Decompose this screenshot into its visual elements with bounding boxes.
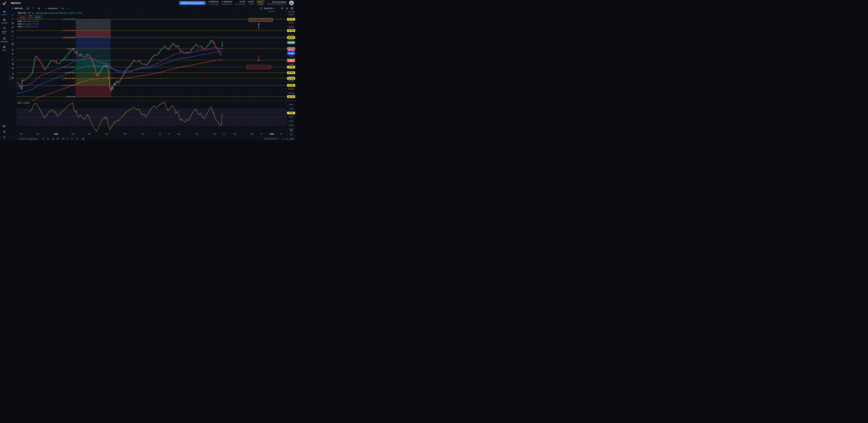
draw-tool-zoomin-button[interactable]: [10, 52, 15, 56]
svg-text:86.934: 86.934: [288, 36, 294, 38]
log-scale-toggle[interactable]: log: [286, 138, 288, 140]
sliders-icon[interactable]: [3, 130, 6, 133]
sidebar-item-messages[interactable]: Messages: [0, 37, 9, 43]
account-stat-result: € 0.00Result: [248, 1, 254, 5]
indicators-button[interactable]: ƒx Indikatoren: [43, 6, 59, 10]
switch-to-real-account-button[interactable]: Switch to Real account: [179, 1, 206, 5]
home-icon: [3, 10, 6, 13]
compare-add-symbol-button[interactable]: [26, 6, 30, 10]
demo-badge-label: Account: [258, 3, 264, 5]
sidebar-item-markets[interactable]: Markets: [0, 10, 9, 16]
svg-text:80.915: 80.915: [288, 49, 294, 51]
draw-tool-brush-button[interactable]: [10, 33, 15, 38]
sidebar-item-calendar[interactable]: Calendar: [0, 18, 9, 24]
calendar-icon: [3, 18, 6, 22]
draw-tool-pattern-button[interactable]: [10, 25, 15, 29]
legend-visibility-toggle[interactable]: [31, 12, 34, 14]
checkbox-icon: [259, 7, 262, 10]
broker-logo[interactable]: [2, 1, 7, 6]
percent-scale-toggle[interactable]: %: [283, 138, 284, 140]
save-layout-checkbox[interactable]: [259, 6, 263, 10]
sidebar-item-news[interactable]: News: [0, 45, 9, 51]
timeframe-all-button[interactable]: All: [75, 137, 79, 140]
draw-tool-magnet-button[interactable]: [10, 58, 15, 62]
draw-tool-fibtool-button[interactable]: [10, 21, 15, 25]
svg-text:95.762: 95.762: [288, 18, 294, 20]
svg-text:66.000: 66.000: [288, 80, 294, 82]
svg-text:78.000: 78.000: [288, 55, 294, 57]
eye-icon: [11, 72, 14, 75]
svg-text:67.198: 67.198: [288, 77, 294, 79]
account-stat-account-value: € 10000.00Account value: [209, 1, 219, 5]
draw-tool-pencil-lock-button[interactable]: [10, 62, 15, 66]
help-icon[interactable]: ?: [3, 136, 6, 139]
textT-icon: T: [11, 38, 14, 41]
chart-type-button[interactable]: [37, 6, 41, 10]
svg-text:63.824: 63.824: [288, 84, 294, 86]
account-stat-available-funds: € 10000.00Available funds: [221, 1, 232, 5]
svg-text:30.00: 30.00: [289, 124, 293, 126]
save-button[interactable]: Speichern Speichern: [264, 7, 277, 9]
contrast-icon[interactable]: [3, 124, 6, 128]
symbol-search-button[interactable]: WFC.US: [10, 7, 24, 10]
timeframe-1m-button[interactable]: 1M: [51, 137, 55, 140]
undo-button[interactable]: [61, 6, 65, 10]
draw-tool-emoji-button[interactable]: [10, 42, 15, 46]
search-icon: [11, 7, 14, 10]
chart-settings-button[interactable]: [285, 6, 289, 10]
draw-tool-trendline-button[interactable]: [10, 17, 15, 21]
svg-text:0.618 (72.652): 0.618 (72.652): [63, 66, 75, 68]
redo-button[interactable]: [65, 6, 69, 10]
svg-text:92.000: 92.000: [288, 26, 294, 28]
user-email: dirk.friczewsky@gmail.com: [267, 3, 286, 5]
sidebar-item-market-buzz[interactable]: Market Buzz: [0, 27, 9, 34]
ema-200-legend[interactable]: EMA200close075.641: [18, 20, 82, 22]
draw-tool-eye-button[interactable]: [10, 72, 15, 76]
draw-tool-projection-button[interactable]: [10, 29, 15, 33]
draw-tool-crosshair-button[interactable]: [10, 13, 15, 17]
user-info: Dirk Friczewsky dirk.friczewsky@gmail.co…: [267, 1, 286, 5]
timeframe-5y-button[interactable]: 5Y: [70, 137, 74, 140]
buy-button[interactable]: 84.560: [33, 15, 42, 19]
timeframe-6m-button[interactable]: 6M: [61, 137, 65, 140]
legend-collapse-button[interactable]: [18, 29, 21, 31]
timeframe-1d-button[interactable]: 1D: [41, 137, 45, 140]
svg-text:40.00: 40.00: [289, 120, 293, 122]
avatar[interactable]: [289, 1, 294, 5]
svg-text:15: 15: [223, 133, 225, 135]
svg-text:Sep: Sep: [195, 133, 198, 135]
go-to-date-button[interactable]: [82, 137, 85, 140]
chart-toolbar: WFC.US T ƒx Indikatoren Speichern Speich…: [9, 6, 296, 11]
timeframe-1y-button[interactable]: 1Y: [66, 137, 70, 140]
quick-search-button[interactable]: [280, 6, 284, 10]
svg-text:Apr: Apr: [105, 133, 108, 135]
svg-text:80.00: 80.00: [289, 104, 293, 106]
snapshot-button[interactable]: [290, 6, 294, 10]
drawing-toolbar: T: [9, 11, 17, 136]
sell-button[interactable]: 84.510: [18, 15, 27, 19]
chart-canvas[interactable]: 1.618 (95.762)1.382 (90.308)1.236 (86.93…: [17, 11, 296, 136]
svg-text:79.266: 79.266: [288, 52, 294, 54]
svg-text:Mai: Mai: [124, 133, 127, 135]
drawbar-expand-handle[interactable]: [9, 76, 12, 80]
svg-text:1.382 (90.308): 1.382 (90.308): [63, 29, 75, 31]
draw-tool-ruler-button[interactable]: [10, 48, 15, 52]
svg-text:Jun: Jun: [142, 133, 145, 135]
timeframe-5d-button[interactable]: 5D: [46, 137, 50, 140]
timeframe-3m-button[interactable]: 3M: [56, 137, 60, 140]
ruler-icon: [11, 48, 14, 51]
spread-qty-widget[interactable]: 0.05 1: [28, 15, 32, 19]
fx-icon: ƒx: [44, 7, 47, 10]
draw-tool-textT-button[interactable]: T: [10, 38, 15, 42]
user-name: Dirk Friczewsky: [272, 1, 286, 3]
price-chart-svg[interactable]: 1.618 (95.762)1.382 (90.308)1.236 (86.93…: [17, 11, 296, 136]
draw-tool-lock-button[interactable]: [10, 66, 15, 70]
tradingview-link[interactable]: TradingView: [28, 138, 38, 140]
ema-100-legend[interactable]: EMA100close079.266: [18, 23, 82, 25]
rsi-indicator-legend[interactable]: RSI 14 60.06: [18, 102, 29, 104]
pencil-lock-icon: [11, 62, 14, 65]
ema-50-legend[interactable]: EMA50close080.915: [18, 26, 82, 28]
clock[interactable]: 23:13:09 (UTC+2): [264, 138, 278, 140]
auto-scale-toggle[interactable]: auto: [290, 138, 294, 140]
interval-button[interactable]: T: [32, 7, 35, 10]
